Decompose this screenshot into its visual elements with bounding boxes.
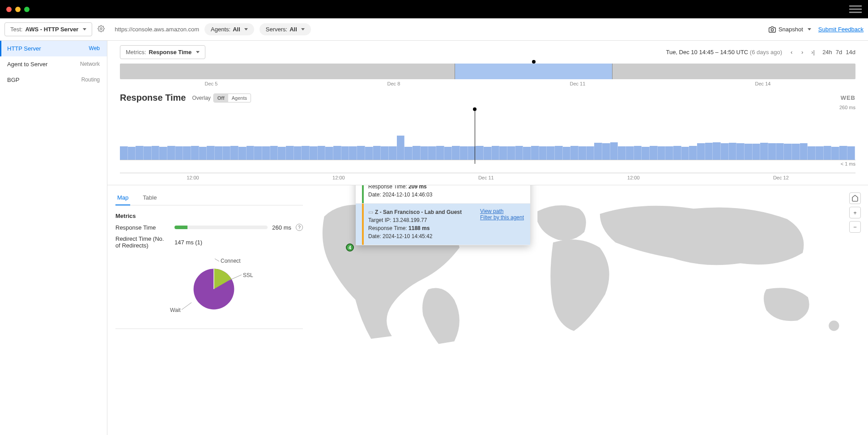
- chart-bar: [262, 146, 270, 160]
- chart-bar: [413, 146, 421, 160]
- chart-bar: [460, 146, 468, 160]
- chart-bar: [397, 136, 405, 160]
- metric-redirect-value: 147 ms (1): [174, 239, 202, 246]
- agents-filter-value: All: [233, 26, 240, 33]
- overview-timeline[interactable]: Dec 5 Dec 8 Dec 11 Dec 14: [120, 64, 855, 86]
- snapshot-button[interactable]: Snapshot: [769, 26, 811, 33]
- chart-bar: [159, 147, 167, 160]
- metric-response-time-value: 260 ms: [272, 224, 291, 231]
- servers-filter-label: Servers:: [266, 26, 287, 33]
- chevron-down-icon: [196, 51, 200, 53]
- chart-bar: [587, 146, 595, 160]
- metrics-selector[interactable]: Metrics: Response Time: [120, 45, 205, 59]
- chart-bar: [373, 146, 381, 160]
- chart-bar: [776, 143, 784, 160]
- tooltip-row[interactable]: ▭Z - San Francisco - Lab and GuestTarget…: [356, 204, 530, 245]
- chart-bar: [847, 146, 855, 160]
- chart-bar: [421, 146, 429, 160]
- chart-bar: [207, 146, 215, 160]
- help-icon[interactable]: ?: [296, 224, 303, 231]
- close-window-button[interactable]: [6, 7, 12, 12]
- time-latest-button[interactable]: ›|: [808, 47, 818, 57]
- chart-bar: [175, 146, 183, 160]
- range-7d-button[interactable]: 7d: [836, 49, 842, 55]
- x-axis-labels: 12:00 12:00 Dec 11 12:00 Dec 12: [120, 173, 855, 180]
- chart-bar: [515, 146, 523, 160]
- tab-table[interactable]: Table: [141, 191, 158, 205]
- timeline-selection[interactable]: [455, 64, 613, 79]
- submit-feedback-link[interactable]: Submit Feedback: [818, 26, 864, 33]
- agent-tooltip: ▭Meraki San Francisco SFO12 OriginalTarg…: [356, 185, 530, 245]
- chart-bar: [570, 146, 579, 160]
- metrics-heading: Metrics: [115, 213, 303, 219]
- servers-filter[interactable]: Servers: All: [260, 23, 311, 35]
- chart-bar: [389, 146, 397, 160]
- agents-filter[interactable]: Agents: All: [204, 23, 254, 35]
- range-24h-button[interactable]: 24h: [822, 49, 832, 55]
- gear-icon[interactable]: [98, 25, 105, 34]
- chart-bar: [831, 147, 839, 160]
- svg-point-6: [829, 320, 839, 331]
- chart-bar: [579, 146, 587, 160]
- chart-bar: [484, 147, 492, 160]
- overlay-off-button[interactable]: Off: [214, 94, 228, 102]
- range-14d-button[interactable]: 14d: [846, 49, 855, 55]
- chart-bar: [610, 142, 618, 160]
- chart-bar: [673, 146, 681, 160]
- maximize-window-button[interactable]: [24, 7, 30, 12]
- chart-bar: [247, 146, 255, 160]
- view-path-link[interactable]: View path: [480, 208, 524, 214]
- chart-bar: [792, 144, 800, 160]
- chart-bar: [626, 146, 634, 160]
- chevron-down-icon: [244, 28, 248, 30]
- map-agent-marker[interactable]: 4: [346, 243, 354, 252]
- chart-bar: [318, 146, 326, 160]
- overlay-agents-button[interactable]: Agents: [228, 94, 251, 102]
- chart-bar: [753, 144, 761, 160]
- overlay-label: Overlay: [192, 95, 210, 101]
- map-home-button[interactable]: [849, 192, 861, 204]
- test-url: https://console.aws.amazon.com: [115, 26, 199, 33]
- layer-label: WEB: [841, 94, 855, 101]
- y-axis-min: < 1 ms: [120, 161, 855, 166]
- chevron-down-icon: [808, 28, 811, 30]
- map-zoom-out-button[interactable]: −: [849, 221, 861, 233]
- chart-bar: [341, 146, 349, 160]
- metric-response-time-bar: [174, 226, 268, 229]
- chart-bar: [167, 146, 175, 160]
- chevron-down-icon: [301, 28, 305, 30]
- timeline-marker[interactable]: [532, 60, 536, 64]
- chart-bar: [768, 143, 776, 160]
- chart-bar: [381, 146, 389, 160]
- chart-bar: [136, 146, 144, 160]
- filter-by-agent-link[interactable]: Filter by this agent: [480, 214, 524, 221]
- sidebar-item-tag: Network: [80, 61, 100, 68]
- time-prev-button[interactable]: ‹: [787, 47, 796, 57]
- chart-bar: [349, 146, 357, 160]
- chart-bar: [452, 146, 460, 160]
- chart-bar: [808, 146, 816, 160]
- chart-bar: [357, 146, 365, 160]
- chart-bar: [642, 147, 650, 160]
- tooltip-row[interactable]: ▭Meraki San Francisco SFO12Target IP: 76…: [356, 185, 530, 204]
- test-selector[interactable]: Test: AWS - HTTP Server: [4, 22, 92, 36]
- sidebar-item-agent-to-server[interactable]: Agent to Server Network: [0, 56, 107, 72]
- chart-bar: [254, 146, 262, 160]
- response-time-chart[interactable]: [120, 111, 855, 160]
- time-next-button[interactable]: ›: [797, 47, 807, 57]
- chart-bar: [310, 146, 318, 160]
- sidebar-item-http-server[interactable]: HTTP Server Web: [0, 41, 107, 56]
- chart-bar: [816, 146, 824, 160]
- chart-bar: [223, 146, 231, 160]
- tab-map[interactable]: Map: [115, 191, 130, 205]
- chart-bar: [824, 146, 832, 160]
- sidebar: HTTP Server Web Agent to Server Network …: [0, 41, 107, 435]
- minimize-window-button[interactable]: [15, 7, 21, 12]
- overlay-toggle: Off Agents: [213, 94, 251, 102]
- sidebar-item-bgp[interactable]: BGP Routing: [0, 72, 107, 88]
- world-map[interactable]: 4 ▭Meraki San Francisco SFO12 OriginalTa…: [311, 185, 868, 346]
- menu-icon[interactable]: [849, 5, 862, 13]
- map-zoom-in-button[interactable]: +: [849, 207, 861, 218]
- chart-time-marker[interactable]: [473, 107, 477, 164]
- chart-bar: [697, 143, 705, 160]
